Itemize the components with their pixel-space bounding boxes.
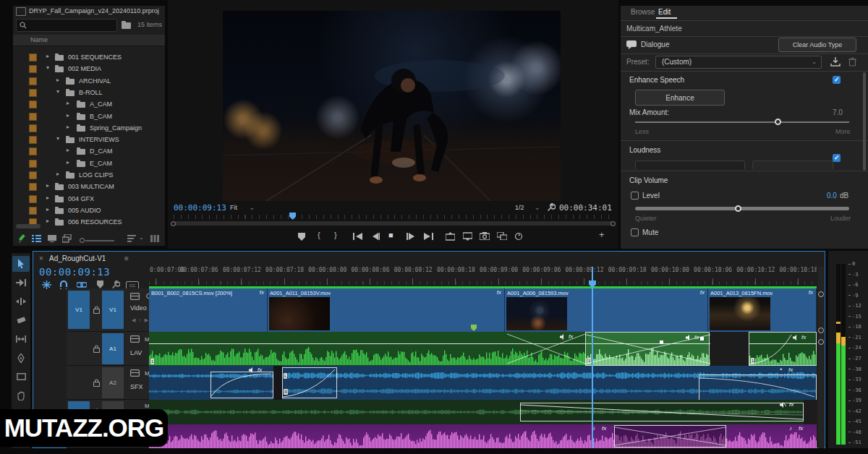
chevron-right-icon[interactable]: ▸ [67,112,69,119]
bin-row[interactable]: ▸LOG CLIPS [26,170,178,181]
bin-row[interactable]: ▸006 RESOURCES [26,217,178,228]
mix-amount-slider-track[interactable] [635,121,849,123]
automate-sequence-icon[interactable] [150,235,159,242]
hand-tool[interactable] [12,387,30,403]
audio-clip-selected[interactable]: 1 fx [585,332,710,366]
chevron-right-icon[interactable]: ▸ [67,100,69,106]
fade-handle[interactable] [660,340,663,344]
bin-row[interactable]: ▸005 AUDIO [26,205,178,217]
mix-amount-value[interactable]: 7.0 [833,108,843,116]
nest-toggle-icon[interactable] [42,280,51,289]
chevron-down-icon[interactable]: ▾ [46,64,49,71]
delete-preset-trash-icon[interactable] [848,57,856,67]
zoom-slider-handle[interactable] [80,238,85,243]
level-slider-handle[interactable] [735,205,741,212]
fade-handle[interactable] [700,337,704,340]
chevron-right-icon[interactable]: ▸ [46,206,49,213]
export-frame-camera-button[interactable] [480,232,490,240]
video-clip[interactable]: A001_A011_08153V.movfx [268,288,505,332]
track-zoom-handle[interactable] [818,291,824,297]
bin-row[interactable]: ▸A_CAM [26,99,178,111]
track-label-a1[interactable]: LAV [130,349,142,356]
bin-row[interactable]: ▸003 MULTICAM [26,181,178,193]
track-zoom-handle[interactable] [818,327,824,333]
bin-row[interactable]: ▸D_CAM [26,146,178,158]
bin-row[interactable]: ▸004 GFX [26,194,178,205]
sort-chevron-icon[interactable]: ⌄ [139,234,144,241]
monitor-current-timecode[interactable]: 00:00:09:13 [174,203,226,213]
track-select-forward-tool[interactable] [12,275,30,291]
zoom-level-dropdown[interactable]: Fit ⌄ [230,204,255,211]
icon-view-icon[interactable] [48,235,56,242]
comparison-view-button[interactable] [497,232,507,240]
bin-row[interactable]: ▸B_CAM [26,111,178,123]
track-zoom-handle[interactable] [818,339,824,345]
marker-icon[interactable] [97,280,103,288]
bin-row[interactable]: ▾002 MEDIA [26,64,178,75]
search-input[interactable] [16,19,117,32]
audio-clip[interactable]: L R * fx [282,366,817,400]
mark-out-button[interactable]: } [334,231,337,239]
bin-row[interactable]: ▾INTERVIEWS [26,134,178,146]
close-tab-icon[interactable]: × [39,254,43,262]
audio-clip[interactable]: 1 fx [149,332,585,366]
rectangle-tool[interactable] [12,369,30,385]
enhance-speech-checkbox[interactable] [833,76,841,84]
lift-button[interactable] [446,232,455,241]
audio-clip[interactable]: fx [149,366,273,400]
go-to-in-button[interactable] [353,233,362,240]
timeline-ruler[interactable]: 0:00:07:0000:00:07:0600:00:07:1200:00:07… [149,267,817,287]
enhance-button[interactable]: Enhance [635,90,725,106]
panel-menu-icon[interactable]: ≡ [124,254,129,262]
bin-row[interactable]: ▸E_CAM [26,158,178,170]
mark-in-button[interactable]: { [318,231,320,239]
lock-icon[interactable] [93,379,100,387]
monitor-ruler-ticks[interactable] [174,215,613,219]
timeline-tab-name[interactable]: Ad_RoughCut-V1 [49,254,106,262]
timeline-vertical-scrollbar[interactable] [818,267,824,448]
list-view-icon[interactable] [32,235,41,242]
add-marker-button[interactable] [298,233,305,241]
mute-checkbox[interactable] [631,228,639,236]
sync-lock-icon[interactable] [130,369,140,377]
slip-tool[interactable] [12,331,30,347]
clear-audio-type-button[interactable]: Clear Audio Type [778,38,856,52]
monitor-scrollbar[interactable] [174,221,613,226]
scrubber-out-handle[interactable] [610,221,616,226]
selected-range[interactable] [614,425,726,447]
track-target-a1[interactable]: A1 [102,333,124,364]
go-to-out-button[interactable] [424,233,433,240]
bin-icon[interactable] [122,21,131,29]
track-label-a2[interactable]: SFX [130,383,143,390]
source-patch-v1[interactable]: V1 [68,291,90,329]
chevron-right-icon[interactable]: ▸ [67,147,69,153]
ripple-edit-tool[interactable] [12,294,30,309]
video-clip[interactable]: A001_A013_0815FN.movfx [708,288,817,332]
chevron-right-icon[interactable]: ▸ [46,218,49,224]
razor-tool[interactable] [12,312,30,328]
bin-row[interactable]: ▸ARCHIVAL [26,76,178,87]
loudness-checkbox[interactable] [833,154,841,162]
bin-row[interactable]: ▸Spring_Campaign [26,123,178,134]
playhead-line[interactable] [592,267,593,448]
track-target-a2[interactable]: A2 [102,367,124,398]
chevron-right-icon[interactable]: ▸ [56,77,59,83]
selected-range[interactable] [282,367,337,398]
playback-resolution-dropdown[interactable]: 1/2 ⌄ [515,204,540,211]
preset-dropdown[interactable]: (Custom) ⌄ [655,56,822,69]
step-forward-button[interactable] [407,233,414,240]
level-value[interactable]: 0.0 [827,192,837,200]
selection-tool[interactable] [12,256,30,272]
multicam-view-button[interactable] [514,232,523,241]
level-slider-track[interactable] [635,207,849,210]
chevron-down-icon[interactable]: ▾ [56,135,59,142]
audio-clip-selected[interactable]: 1 fx [749,332,817,366]
keyframe-nav-icons[interactable]: ◀○▶ [132,317,151,323]
video-clip[interactable]: B001_B002_0815CS.mov [200%]fx [149,288,268,332]
chevron-right-icon[interactable]: ▸ [46,182,49,189]
video-clip[interactable]: A001_A006_081593.movfx [505,288,708,332]
scrubber-in-handle[interactable] [171,221,176,226]
name-column-header[interactable]: Name [30,36,48,43]
track-target-v1[interactable]: V1 [102,291,124,329]
bin-row[interactable]: ▾B-ROLL [26,87,178,99]
